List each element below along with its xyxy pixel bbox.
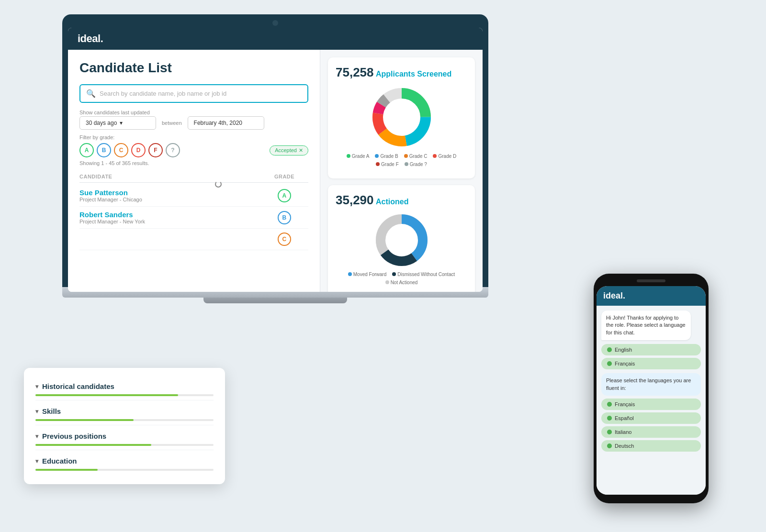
lang-button-italiano[interactable]: Italiano <box>601 426 701 438</box>
lang-radio-deutsch <box>607 443 612 448</box>
grade-badge-q[interactable]: ? <box>166 143 180 157</box>
filter-progress-bar <box>35 444 214 446</box>
between-label: between <box>162 120 182 126</box>
table-row[interactable]: Robert Sanders Project Manager - New Yor… <box>79 207 308 229</box>
filter-item-label: Previous positions <box>42 432 106 440</box>
filter-date-label: Show candidates last updated <box>79 110 308 115</box>
search-bar[interactable]: 🔍 Search by candidate name, job name or … <box>79 84 308 103</box>
chevron-down-icon: ▾ <box>120 120 123 126</box>
filter-item-header: ▾ Previous positions <box>35 432 214 440</box>
phone-logo: ideal. <box>603 291 625 300</box>
lang-button-deutsch[interactable]: Deutsch <box>601 440 701 452</box>
lang-label-espanol: Español <box>615 415 634 421</box>
table-row[interactable]: C <box>79 229 308 250</box>
stats-sidebar: 75,258 Applicants Screened <box>320 50 483 292</box>
filter-progress-bar <box>35 469 214 471</box>
filter-progress-bar <box>35 394 214 396</box>
date-to-input[interactable]: February 4th, 2020 <box>188 116 264 130</box>
phone-header: ideal. <box>597 286 706 306</box>
search-icon: 🔍 <box>86 89 96 98</box>
grade-filter-label: Filter by grade: <box>79 134 308 140</box>
filter-progress-fill <box>35 469 98 471</box>
grade-col: B <box>260 211 308 224</box>
phone-body: Hi John! Thanks for applying to the role… <box>597 306 706 495</box>
laptop-camera <box>272 20 278 26</box>
filter-item-historical[interactable]: ▾ Historical candidates <box>35 376 214 400</box>
lang-radio-english <box>607 347 612 352</box>
grade-badge-f[interactable]: F <box>148 143 163 157</box>
filter-progress-bar <box>35 419 214 421</box>
candidate-info: Sue Patterson Project Manager - Chicago <box>79 188 260 202</box>
fluent-prompt-bubble: Please select the languages you are flue… <box>601 373 701 396</box>
grade-badges: A B C D F ? Accepted ✕ <box>79 143 308 157</box>
chat-greeting-bubble: Hi John! Thanks for applying to the role… <box>601 310 691 340</box>
candidate-role: Project Manager - New York <box>79 219 260 224</box>
chevron-down-icon: ▾ <box>35 408 38 415</box>
filter-progress-fill <box>35 419 134 421</box>
col-candidate-header: CANDIDATE <box>79 174 260 179</box>
search-input-placeholder: Search by candidate name, job name or jo… <box>100 90 226 97</box>
applicants-label: Applicants Screened <box>376 70 451 78</box>
chevron-down-icon: ▾ <box>35 433 38 440</box>
candidate-name: Sue Patterson <box>79 188 260 197</box>
lang-button-espanol[interactable]: Español <box>601 412 701 424</box>
grade-circle: B <box>278 211 291 224</box>
table-header: CANDIDATE GRADE <box>79 171 308 183</box>
actioned-card: 35,290 Actioned <box>328 185 475 292</box>
applicants-count: 75,258 <box>336 65 374 79</box>
lang-label-italiano: Italiano <box>615 429 631 435</box>
logo: ideal. <box>78 33 103 45</box>
chevron-down-icon: ▾ <box>35 458 38 465</box>
tag-accepted[interactable]: Accepted ✕ <box>270 145 308 155</box>
filter-item-label: Historical candidates <box>42 382 114 390</box>
lang-label-deutsch: Deutsch <box>615 443 634 449</box>
candidate-role: Project Manager - Chicago <box>79 197 260 202</box>
grade-badge-c[interactable]: C <box>114 143 128 157</box>
donut-chart-1: Grade A Grade B Grade C Grade D Grade F … <box>336 84 467 167</box>
grade-badge-d[interactable]: D <box>131 143 146 157</box>
table-row[interactable]: Sue Patterson Project Manager - Chicago … <box>79 185 308 207</box>
app-header: ideal. <box>68 28 483 50</box>
filter-item-header: ▾ Historical candidates <box>35 382 214 390</box>
filter-row: 30 days ago ▾ between February 4th, 2020 <box>79 116 308 130</box>
lang-button-english[interactable]: English <box>601 344 701 355</box>
results-count: Showing 1 - 45 of 365 results. <box>79 160 308 166</box>
lang-label-francais-1: Français <box>615 361 635 366</box>
applicants-card: 75,258 Applicants Screened <box>328 57 475 178</box>
main-content: Candidate List 🔍 Search by candidate nam… <box>68 50 320 292</box>
filter-item-education[interactable]: ▾ Education <box>35 450 214 475</box>
filter-progress-fill <box>35 394 178 396</box>
grade-badge-a[interactable]: A <box>79 143 94 157</box>
grade-filter: Filter by grade: A B C D F ? Accepted <box>79 134 308 157</box>
col-grade-header: GRADE <box>260 174 308 179</box>
app-layout: ideal. Candidate List 🔍 Search by candid… <box>68 28 483 292</box>
lang-radio-italiano <box>607 430 612 434</box>
lang-radio-francais-1 <box>607 361 612 366</box>
donut-legend-2: Moved Forward Dismissed Without Contact … <box>336 272 467 285</box>
fluent-prompt-text: Please select the languages you are flue… <box>606 377 691 390</box>
close-icon[interactable]: ✕ <box>299 147 303 154</box>
date-from-select[interactable]: 30 days ago ▾ <box>79 116 156 130</box>
lang-button-francais-2[interactable]: Français <box>601 399 701 410</box>
laptop: ideal. Candidate List 🔍 Search by candid… <box>62 14 488 311</box>
filter-item-positions[interactable]: ▾ Previous positions <box>35 425 214 450</box>
laptop-screen: ideal. Candidate List 🔍 Search by candid… <box>62 14 488 287</box>
actioned-label: Actioned <box>376 198 408 206</box>
filter-item-header: ▾ Education <box>35 457 214 465</box>
phone-notch <box>637 279 665 282</box>
lang-button-francais-1[interactable]: Français <box>601 358 701 369</box>
phone: ideal. Hi John! Thanks for applying to t… <box>594 274 709 503</box>
page-title: Candidate List <box>79 60 308 76</box>
filter-item-label: Skills <box>42 407 61 415</box>
grade-circle: C <box>278 233 291 246</box>
grade-circle: A <box>278 189 291 202</box>
actioned-count: 35,290 <box>336 193 374 207</box>
lang-radio-espanol <box>607 416 612 421</box>
grade-col: A <box>260 189 308 202</box>
filter-item-skills[interactable]: ▾ Skills <box>35 400 214 425</box>
phone-screen: ideal. Hi John! Thanks for applying to t… <box>597 286 706 495</box>
app-body: Candidate List 🔍 Search by candidate nam… <box>68 50 483 292</box>
filter-item-header: ▾ Skills <box>35 407 214 415</box>
grade-badge-b[interactable]: B <box>97 143 111 157</box>
candidate-info: Robert Sanders Project Manager - New Yor… <box>79 211 260 224</box>
